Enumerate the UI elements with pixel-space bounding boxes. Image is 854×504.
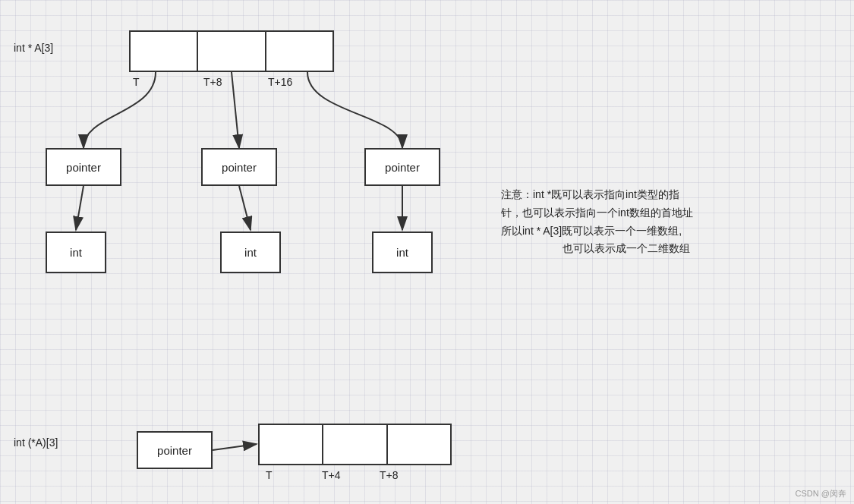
bottom-array-label: int (*A)[3] [14,436,58,449]
array-cell-2 [266,32,332,71]
t8-label: T+8 [203,76,222,88]
note-box: 注意：int *既可以表示指向int类型的指 针，也可以表示指向一个int数组的… [501,186,752,258]
pointer-box-2: pointer [201,148,277,186]
t4-label: T+4 [322,469,341,481]
bottom-array-box [258,424,452,465]
bottom-cell-2 [388,425,450,464]
int-box-1: int [46,232,106,273]
t-label-top: T [133,76,140,88]
svg-line-4 [213,444,257,450]
bottom-cell-1 [323,425,387,464]
t8-label-bottom: T+8 [380,469,399,481]
bottom-cell-0 [260,425,323,464]
t-label-bottom: T [266,469,273,481]
watermark: CSDN @闵奔 [796,488,846,499]
array-cell-0 [131,32,198,71]
svg-line-2 [239,186,251,230]
svg-line-1 [76,186,84,230]
t16-label: T+16 [268,76,292,88]
int-box-2: int [220,232,281,273]
int-box-3: int [372,232,433,273]
pointer-box-3: pointer [364,148,440,186]
pointer-box-bottom: pointer [137,431,213,469]
top-array-label: int * A[3] [14,42,53,54]
top-array-box [129,30,334,72]
array-cell-1 [198,32,266,71]
pointer-box-1: pointer [46,148,121,186]
